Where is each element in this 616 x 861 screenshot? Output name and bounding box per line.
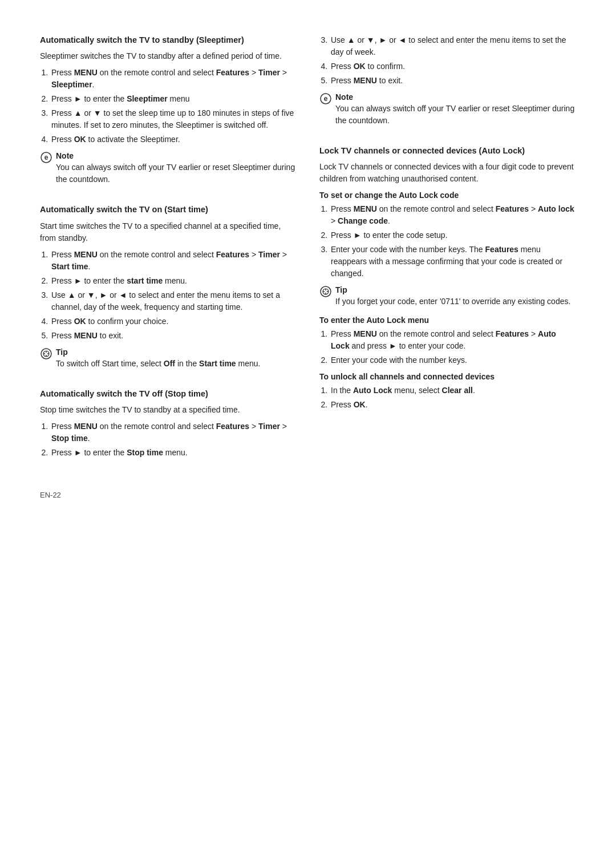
tip-icon-2 [319,285,332,298]
stop-time-section: Automatically switch the TV off (Stop ti… [40,388,297,463]
sleeptimer-body: Sleeptimer switches the TV to standby af… [40,50,297,62]
stop-time-step-1: Press MENU on the remote control and sel… [50,421,297,444]
stop-time-steps: Press MENU on the remote control and sel… [50,421,297,459]
note-text: You can always switch off your TV earlie… [56,161,297,185]
start-time-steps: Press MENU on the remote control and sel… [50,249,297,342]
stop-time-note-label: Note [335,92,576,102]
auto-lock-body: Lock TV channels or connected devices wi… [319,161,576,185]
svg-point-2 [41,349,51,359]
enter-auto-lock-step-1: Press MENU on the remote control and sel… [330,328,576,352]
stop-time-heading: Automatically switch the TV off (Stop ti… [40,388,297,399]
note-label: Note [56,151,297,160]
sleeptimer-step-4: Press OK to activate the Sleeptimer. [50,134,297,145]
sleeptimer-steps: Press MENU on the remote control and sel… [50,67,297,145]
sleeptimer-section: Automatically switch the TV to standby (… [40,34,297,193]
enter-auto-lock-heading: To enter the Auto Lock menu [319,316,576,325]
stop-time-step-5: Press MENU to exit. [330,75,576,87]
start-time-step-4: Press OK to confirm your choice. [50,316,297,328]
start-time-section: Automatically switch the TV on (Start ti… [40,204,297,377]
start-time-heading: Automatically switch the TV on (Start ti… [40,204,297,215]
stop-time-note: e Note You can always switch off your TV… [319,92,576,127]
stop-time-step-2: Press ► to enter the Stop time menu. [50,447,297,459]
start-time-step-1: Press MENU on the remote control and sel… [50,249,297,273]
start-time-step-3: Use ▲ or ▼, ► or ◄ to select and enter t… [50,289,297,313]
stop-time-step-4: Press OK to confirm. [330,60,576,72]
sleeptimer-note: e Note You can always switch off your TV… [40,151,297,185]
set-change-code-steps: Press MENU on the remote control and sel… [330,203,576,280]
sleeptimer-heading: Automatically switch the TV to standby (… [40,34,297,46]
auto-lock-tip: Tip If you forget your code, enter '0711… [319,285,576,308]
tip-icon [40,347,52,360]
unlock-channels-heading: To unlock all channels and connected dev… [319,372,576,381]
set-change-code-step-3: Enter your code with the number keys. Th… [330,244,576,280]
stop-time-step-3: Use ▲ or ▼, ► or ◄ to select and enter t… [330,34,576,58]
start-time-step-2: Press ► to enter the start time menu. [50,275,297,287]
auto-lock-tip-text: If you forget your code, enter '0711' to… [335,296,570,308]
page-number: EN-22 [40,474,297,499]
tip-label: Tip [56,347,260,357]
note-content: Note You can always switch off your TV e… [56,151,297,185]
sleeptimer-step-1: Press MENU on the remote control and sel… [50,67,297,91]
auto-lock-heading: Lock TV channels or connected devices (A… [319,145,576,156]
auto-lock-tip-content: Tip If you forget your code, enter '0711… [335,285,570,308]
svg-text:e: e [44,153,48,161]
auto-lock-section: Lock TV channels or connected devices (A… [319,145,576,415]
set-change-code-step-1: Press MENU on the remote control and sel… [330,203,576,227]
note-icon-2: e [319,92,332,105]
stop-time-cont-steps: Use ▲ or ▼, ► or ◄ to select and enter t… [330,34,576,87]
set-change-code-step-2: Press ► to enter the code setup. [330,229,576,241]
unlock-channels-step-2: Press OK. [330,399,576,411]
sleeptimer-step-2: Press ► to enter the Sleeptimer menu [50,93,297,105]
right-column: Use ▲ or ▼, ► or ◄ to select and enter t… [319,34,576,499]
left-column: Automatically switch the TV to standby (… [40,34,297,499]
enter-auto-lock-steps: Press MENU on the remote control and sel… [330,328,576,366]
svg-point-10 [321,286,331,297]
tip-content: Tip To switch off Start time, select Off… [56,347,260,370]
tip-text: To switch off Start time, select Off in … [56,358,260,370]
unlock-channels-steps: In the Auto Lock menu, select Clear all.… [330,385,576,411]
auto-lock-tip-label: Tip [335,285,570,294]
set-change-code-heading: To set or change the Auto Lock code [319,191,576,200]
stop-time-note-text: You can always switch off your TV earlie… [335,103,576,127]
stop-time-note-content: Note You can always switch off your TV e… [335,92,576,127]
two-column-layout: Automatically switch the TV to standby (… [40,34,576,499]
unlock-channels-step-1: In the Auto Lock menu, select Clear all. [330,385,576,397]
sleeptimer-step-3: Press ▲ or ▼ to set the sleep time up to… [50,107,297,131]
stop-time-cont-section: Use ▲ or ▼, ► or ◄ to select and enter t… [319,34,576,135]
start-time-step-5: Press MENU to exit. [50,330,297,342]
stop-time-body: Stop time switches the TV to standby at … [40,404,297,416]
svg-text:e: e [324,95,328,103]
note-icon: e [40,151,52,164]
page: Automatically switch the TV to standby (… [0,0,616,861]
start-time-tip: Tip To switch off Start time, select Off… [40,347,297,370]
start-time-body: Start time switches the TV to a specifie… [40,220,297,244]
enter-auto-lock-step-2: Enter your code with the number keys. [330,354,576,366]
